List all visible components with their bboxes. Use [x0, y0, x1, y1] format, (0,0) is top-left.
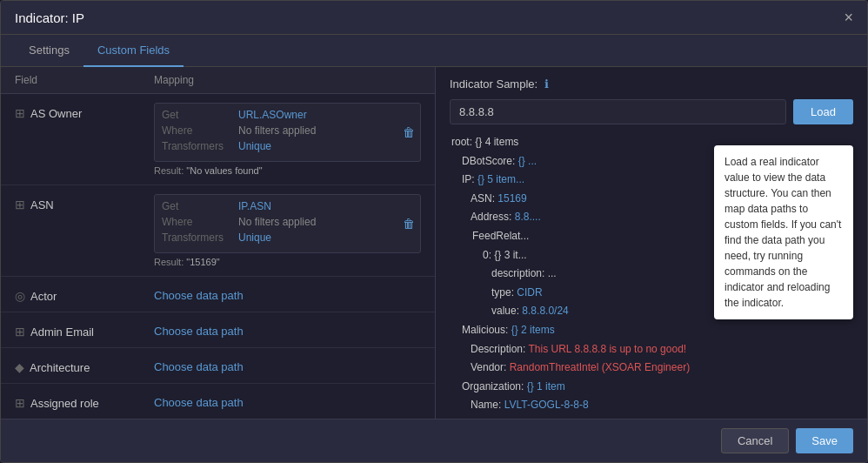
- choose-path-actor[interactable]: Choose data path: [154, 285, 421, 302]
- asn-transformers[interactable]: Unique: [238, 232, 271, 244]
- main-content: Field Mapping ⊞ AS Owner Get URL.ASOwner: [1, 67, 867, 419]
- field-row-architecture: ◆ Architecture Choose data path: [1, 348, 435, 384]
- close-button[interactable]: ×: [844, 10, 853, 25]
- tree-malicious: Malicious: {} 2 items: [450, 321, 853, 340]
- tree-mal-desc: Description: This URL 8.8.8.8 is up to n…: [450, 340, 853, 359]
- tab-settings[interactable]: Settings: [15, 35, 83, 67]
- tree-org-name: Name: LVLT-GOGL-8-8-8: [450, 396, 853, 408]
- field-name-architecture: ◆ Architecture: [15, 357, 154, 374]
- asn-where: No filters applied: [238, 216, 316, 228]
- tree-mal-vendor: Vendor: RandomThreatIntel (XSOAR Enginee…: [450, 359, 853, 378]
- field-mapping-as-owner: Get URL.ASOwner Where No filters applied…: [154, 103, 421, 176]
- field-name-assigned-role: ⊞ Assigned role: [15, 393, 154, 410]
- field-row-actor: ◎ Actor Choose data path: [1, 277, 435, 312]
- column-headers: Field Mapping: [1, 67, 435, 94]
- field-mapping-assigned-role: Choose data path: [154, 393, 421, 409]
- field-mapping-asn: Get IP.ASN Where No filters applied Tran…: [154, 194, 421, 267]
- indicator-input-row: Load: [450, 99, 853, 124]
- field-row-admin-email: ⊞ Admin Email Choose data path: [1, 312, 435, 348]
- choose-path-architecture[interactable]: Choose data path: [154, 357, 421, 373]
- field-row-asn: ⊞ ASN Get IP.ASN Where No filters applie…: [1, 185, 435, 277]
- left-panel: Field Mapping ⊞ AS Owner Get URL.ASOwner: [1, 67, 436, 419]
- asn-result: Result: "15169": [154, 257, 421, 267]
- asn-get[interactable]: IP.ASN: [238, 200, 271, 212]
- delete-as-owner-button[interactable]: 🗑: [403, 125, 415, 139]
- field-name-asn: ⊞ ASN: [15, 194, 154, 211]
- as-owner-icon: ⊞: [15, 106, 25, 120]
- field-row-assigned-role: ⊞ Assigned role Choose data path: [1, 384, 435, 419]
- field-row-as-owner: ⊞ AS Owner Get URL.ASOwner Where No filt…: [1, 94, 435, 185]
- mapping-box-asn: Get IP.ASN Where No filters applied Tran…: [154, 194, 421, 253]
- tree-org: Organization: {} 1 item: [450, 378, 853, 397]
- tooltip-box: Load a real indicator value to view the …: [714, 145, 853, 319]
- tab-custom-fields[interactable]: Custom Fields: [83, 35, 184, 67]
- col-field-header: Field: [15, 74, 154, 86]
- modal-title: Indicator: IP: [15, 10, 84, 25]
- architecture-icon: ◆: [15, 360, 24, 374]
- choose-path-admin-email[interactable]: Choose data path: [154, 321, 421, 338]
- actor-icon: ◎: [15, 289, 25, 303]
- field-mapping-actor: Choose data path: [154, 285, 421, 302]
- field-name-admin-email: ⊞ Admin Email: [15, 321, 154, 339]
- field-mapping-architecture: Choose data path: [154, 357, 421, 373]
- indicator-sample-header: Indicator Sample: ℹ: [450, 77, 853, 91]
- field-name-as-owner: ⊞ AS Owner: [15, 103, 154, 120]
- fields-list: ⊞ AS Owner Get URL.ASOwner Where No filt…: [1, 94, 435, 419]
- admin-email-icon: ⊞: [15, 325, 25, 339]
- cancel-button[interactable]: Cancel: [721, 428, 789, 453]
- col-mapping-header: Mapping: [154, 74, 421, 86]
- modal-header: Indicator: IP ×: [1, 1, 867, 35]
- as-owner-get[interactable]: URL.ASOwner: [238, 109, 307, 121]
- assigned-role-icon: ⊞: [15, 396, 25, 410]
- load-button[interactable]: Load: [793, 99, 853, 124]
- mapping-box-as-owner: Get URL.ASOwner Where No filters applied…: [154, 103, 421, 162]
- tooltip-text: Load a real indicator value to view the …: [724, 156, 841, 309]
- info-icon[interactable]: ℹ: [544, 77, 549, 91]
- as-owner-where: No filters applied: [238, 124, 316, 137]
- tabs-bar: Settings Custom Fields: [1, 35, 867, 67]
- choose-path-assigned-role[interactable]: Choose data path: [154, 393, 421, 409]
- field-mapping-admin-email: Choose data path: [154, 321, 421, 338]
- asn-icon: ⊞: [15, 198, 25, 211]
- delete-asn-button[interactable]: 🗑: [403, 217, 415, 231]
- as-owner-transformers[interactable]: Unique: [238, 140, 271, 152]
- save-button[interactable]: Save: [796, 428, 853, 453]
- modal-footer: Cancel Save: [1, 419, 867, 462]
- indicator-input[interactable]: [450, 99, 786, 124]
- indicator-modal: Indicator: IP × Settings Custom Fields F…: [0, 0, 868, 463]
- as-owner-result: Result: "No values found": [154, 165, 421, 176]
- field-name-actor: ◎ Actor: [15, 285, 154, 303]
- indicator-sample-label: Indicator Sample:: [450, 77, 537, 91]
- right-panel: Indicator Sample: ℹ Load a real indicato…: [436, 67, 867, 419]
